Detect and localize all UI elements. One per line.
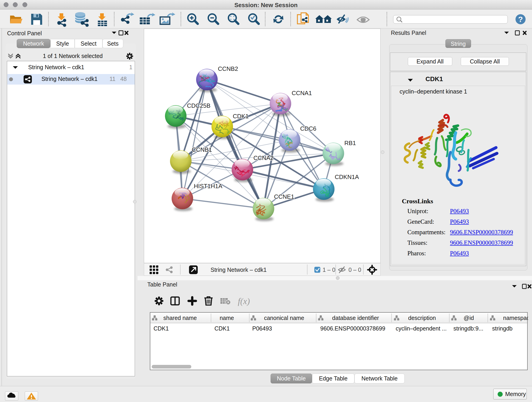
svg-text:shared name: shared name: [163, 315, 197, 321]
svg-text:CDC6: CDC6: [300, 125, 317, 132]
svg-text:name: name: [220, 315, 234, 321]
svg-text:String Network – cdk1: String Network – cdk1: [210, 267, 267, 273]
svg-text:CDC25B: CDC25B: [187, 102, 210, 109]
svg-text:database identifier: database identifier: [332, 315, 379, 321]
svg-text:namespace: namespace: [503, 315, 528, 321]
svg-text:canonical name: canonical name: [264, 315, 304, 321]
svg-text:CCNE1: CCNE1: [274, 193, 294, 200]
svg-text:CCNB1: CCNB1: [192, 146, 212, 153]
svg-text:CCNB2: CCNB2: [218, 65, 238, 72]
svg-text:f(x): f(x): [238, 296, 250, 306]
svg-text:CCNA2: CCNA2: [253, 154, 273, 161]
svg-text:0 – 0: 0 – 0: [348, 267, 361, 273]
svg-text:CDKN1A: CDKN1A: [335, 173, 359, 180]
svg-text:CDK1: CDK1: [233, 113, 249, 120]
svg-text:RB1: RB1: [344, 140, 356, 147]
svg-text:HIST1H1A: HIST1H1A: [194, 183, 222, 190]
svg-text:1 – 0: 1 – 0: [323, 267, 336, 273]
svg-text:CCNA1: CCNA1: [292, 89, 312, 96]
svg-text:@id: @id: [464, 315, 474, 321]
svg-text:1 of 1 Network selected: 1 of 1 Network selected: [43, 53, 103, 59]
svg-text:?: ?: [518, 15, 523, 24]
svg-text:description: description: [408, 315, 436, 321]
